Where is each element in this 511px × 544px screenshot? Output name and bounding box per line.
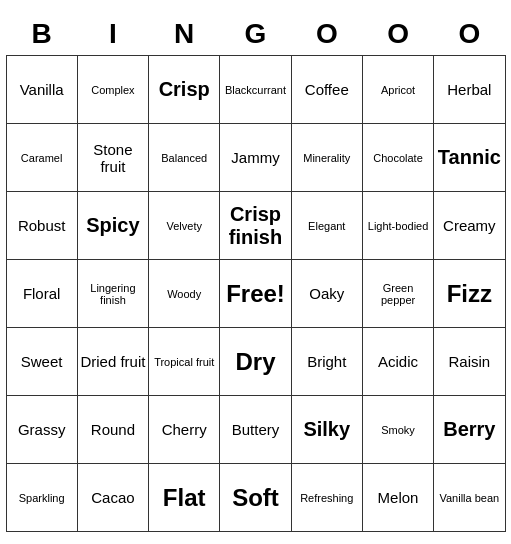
cell-0-3: Blackcurrant [220, 56, 291, 124]
header-cell-6: O [434, 12, 505, 56]
cell-6-6: Vanilla bean [434, 464, 505, 532]
bingo-body: VanillaComplexCrispBlackcurrantCoffeeApr… [6, 56, 505, 532]
cell-2-1: Spicy [77, 192, 148, 260]
cell-5-3: Buttery [220, 396, 291, 464]
cell-4-5: Acidic [362, 328, 433, 396]
cell-3-3: Free! [220, 260, 291, 328]
header-cell-5: O [362, 12, 433, 56]
cell-3-0: Floral [6, 260, 77, 328]
cell-3-1: Lingering finish [77, 260, 148, 328]
cell-4-2: Tropical fruit [149, 328, 220, 396]
cell-0-6: Herbal [434, 56, 505, 124]
header-cell-2: N [149, 12, 220, 56]
row-5: GrassyRoundCherryButterySilkySmokyBerry [6, 396, 505, 464]
cell-3-4: Oaky [291, 260, 362, 328]
cell-6-2: Flat [149, 464, 220, 532]
row-1: CaramelStone fruitBalancedJammyMineralit… [6, 124, 505, 192]
cell-2-3: Crisp finish [220, 192, 291, 260]
cell-2-6: Creamy [434, 192, 505, 260]
bingo-card: BINGOOO VanillaComplexCrispBlackcurrantC… [6, 12, 506, 533]
cell-6-1: Cacao [77, 464, 148, 532]
header-row: BINGOOO [6, 12, 505, 56]
cell-5-1: Round [77, 396, 148, 464]
cell-4-3: Dry [220, 328, 291, 396]
header-cell-0: B [6, 12, 77, 56]
cell-1-1: Stone fruit [77, 124, 148, 192]
cell-1-2: Balanced [149, 124, 220, 192]
cell-1-4: Minerality [291, 124, 362, 192]
cell-2-5: Light-bodied [362, 192, 433, 260]
cell-4-1: Dried fruit [77, 328, 148, 396]
cell-0-1: Complex [77, 56, 148, 124]
cell-5-6: Berry [434, 396, 505, 464]
row-4: SweetDried fruitTropical fruitDryBrightA… [6, 328, 505, 396]
header-cell-1: I [77, 12, 148, 56]
header-cell-4: O [291, 12, 362, 56]
cell-1-3: Jammy [220, 124, 291, 192]
cell-0-5: Apricot [362, 56, 433, 124]
cell-2-4: Elegant [291, 192, 362, 260]
cell-5-2: Cherry [149, 396, 220, 464]
cell-1-6: Tannic [434, 124, 505, 192]
cell-4-0: Sweet [6, 328, 77, 396]
cell-0-0: Vanilla [6, 56, 77, 124]
row-3: FloralLingering finishWoodyFree!OakyGree… [6, 260, 505, 328]
cell-1-5: Chocolate [362, 124, 433, 192]
cell-6-4: Refreshing [291, 464, 362, 532]
cell-5-4: Silky [291, 396, 362, 464]
cell-2-0: Robust [6, 192, 77, 260]
row-0: VanillaComplexCrispBlackcurrantCoffeeApr… [6, 56, 505, 124]
cell-6-5: Melon [362, 464, 433, 532]
cell-5-0: Grassy [6, 396, 77, 464]
cell-4-4: Bright [291, 328, 362, 396]
cell-1-0: Caramel [6, 124, 77, 192]
cell-3-6: Fizz [434, 260, 505, 328]
cell-4-6: Raisin [434, 328, 505, 396]
cell-6-0: Sparkling [6, 464, 77, 532]
cell-0-2: Crisp [149, 56, 220, 124]
cell-6-3: Soft [220, 464, 291, 532]
header-cell-3: G [220, 12, 291, 56]
row-2: RobustSpicyVelvetyCrisp finishElegantLig… [6, 192, 505, 260]
cell-3-5: Green pepper [362, 260, 433, 328]
cell-0-4: Coffee [291, 56, 362, 124]
cell-3-2: Woody [149, 260, 220, 328]
row-6: SparklingCacaoFlatSoftRefreshingMelonVan… [6, 464, 505, 532]
cell-5-5: Smoky [362, 396, 433, 464]
cell-2-2: Velvety [149, 192, 220, 260]
